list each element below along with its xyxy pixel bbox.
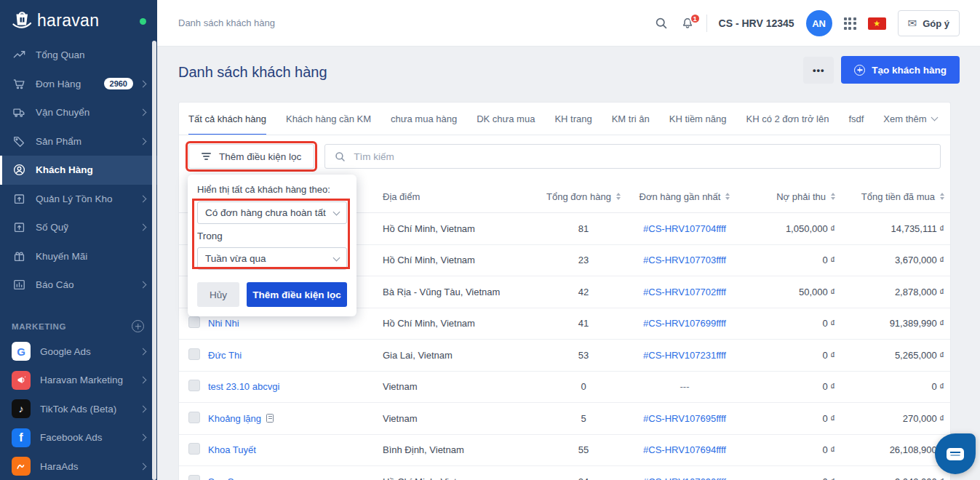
- column-header-recent-order[interactable]: Đơn hàng gần nhất: [623, 191, 746, 202]
- feedback-button[interactable]: ✉ Góp ý: [898, 10, 960, 36]
- sort-icon[interactable]: [616, 193, 621, 201]
- envelope-icon: ✉: [908, 17, 917, 30]
- tab-fsdf[interactable]: fsdf: [848, 103, 864, 135]
- recent-order-link[interactable]: #CS-HRV107690ffff: [643, 476, 726, 480]
- column-header-debt[interactable]: Nợ phải thu: [746, 191, 848, 202]
- sidebar-item-label: Đơn Hàng: [36, 79, 104, 89]
- sort-icon[interactable]: [940, 193, 944, 201]
- table-row: Khoa TuyếtBình Định, Vietnam55#CS-HRV107…: [179, 435, 950, 467]
- divider: [706, 15, 707, 32]
- total-orders-cell: 41: [544, 318, 623, 329]
- breadcrumb: Danh sách khách hàng: [178, 0, 275, 47]
- filter-period-select[interactable]: Tuần vừa qua: [197, 247, 347, 270]
- chevron-right-icon: [140, 463, 147, 470]
- sidebar-item-so-quy[interactable]: Số Quỹ: [0, 213, 157, 242]
- customer-name-link[interactable]: Đức Thi: [208, 350, 242, 361]
- sidebar-item-bao-cao[interactable]: Báo Cáo: [0, 271, 157, 300]
- customer-name-link[interactable]: Khoa Tuyết: [208, 444, 256, 455]
- search-icon[interactable]: [654, 16, 669, 31]
- recent-order-cell: #CS-HRV107699ffff: [623, 318, 746, 329]
- recent-order-link[interactable]: #CS-HRV107703ffff: [643, 255, 726, 265]
- location-cell: Hồ Chí Minh, Vietnam: [362, 476, 544, 480]
- column-header-total-orders[interactable]: Tổng đơn hàng: [544, 191, 623, 202]
- sort-icon[interactable]: [725, 193, 730, 201]
- facebook-icon: f: [12, 428, 31, 447]
- recent-order-link[interactable]: #CS-HRV107694ffff: [643, 444, 726, 455]
- row-checkbox[interactable]: [188, 348, 200, 360]
- sidebar-item-don-hang[interactable]: Đơn Hàng2960: [0, 70, 157, 99]
- filter-popup-actions: Hủy Thêm điều kiện lọc: [197, 282, 347, 307]
- customer-name-link[interactable]: test 23.10 abcvgi: [208, 381, 279, 392]
- location-cell: Vietnam: [362, 413, 544, 424]
- column-header-total-spent[interactable]: Tổng tiền đã mua: [848, 191, 950, 202]
- customer-name-link[interactable]: Son Son: [208, 476, 244, 480]
- avatar[interactable]: AN: [806, 10, 832, 36]
- customer-name-cell: Khoảng lặng: [208, 413, 362, 424]
- recent-order-link[interactable]: #CS-HRV107695ffff: [643, 413, 726, 424]
- cancel-button[interactable]: Hủy: [197, 282, 239, 307]
- tab-xem-them[interactable]: Xem thêm: [883, 103, 936, 135]
- row-checkbox[interactable]: [188, 475, 200, 480]
- promo-icon: [12, 249, 26, 263]
- location-cell: Hồ Chí Minh, Vietnam: [362, 318, 544, 329]
- sidebar-item-haraads[interactable]: HaraAds: [0, 452, 157, 480]
- sidebar-item-label: Haravan Marketing: [40, 375, 140, 385]
- row-checkbox[interactable]: [188, 316, 200, 328]
- vietnam-flag-icon[interactable]: ★: [868, 17, 886, 30]
- customer-name-link[interactable]: Nhi Nhi: [208, 318, 239, 329]
- create-customer-button[interactable]: Tạo khách hàng: [841, 56, 960, 84]
- apply-filter-button[interactable]: Thêm điều kiện lọc: [247, 282, 347, 307]
- sidebar-item-tiktok-ads-beta[interactable]: ♪TikTok Ads (Beta): [0, 395, 157, 424]
- order-count-badge: 2960: [104, 78, 133, 89]
- search-input[interactable]: [354, 151, 931, 162]
- sidebar-item-quan-ly-ton-kho[interactable]: Quản Lý Tồn Kho: [0, 185, 157, 214]
- column-header-location: Địa điểm: [362, 191, 544, 202]
- recent-order-link[interactable]: #CS-HRV107702ffff: [643, 287, 726, 297]
- sidebar-scrollbar[interactable]: [152, 41, 156, 480]
- tab-label: KH trang: [554, 113, 591, 124]
- total-orders-cell: 81: [544, 223, 623, 234]
- recent-order-link[interactable]: #CS-HRV107231ffff: [643, 350, 726, 361]
- sidebar-item-khuyen-mai[interactable]: Khuyến Mãi: [0, 242, 157, 271]
- tab-tat-ca-khach-hang[interactable]: Tất cả khách hàng: [188, 103, 266, 135]
- topbar: Danh sách khách hàng 1 CS - HRV 12345 AN…: [157, 0, 980, 47]
- account-name[interactable]: CS - HRV 12345: [719, 17, 794, 29]
- total-spent-cell: 270,000 ₫: [848, 413, 950, 424]
- tab-label: Tất cả khách hàng: [188, 113, 266, 124]
- more-actions-button[interactable]: •••: [803, 57, 834, 84]
- sidebar-item-van-chuyen[interactable]: Vận Chuyển: [0, 98, 157, 127]
- row-checkbox[interactable]: [188, 380, 200, 391]
- tab-dk-chua-mua[interactable]: DK chưa mua: [477, 103, 535, 135]
- sidebar-item-google-ads[interactable]: GGoogle Ads: [0, 337, 157, 367]
- sidebar-item-tong-quan[interactable]: Tổng Quan: [0, 41, 157, 70]
- tab-kh-tiem-nang[interactable]: KH tiềm năng: [669, 103, 727, 135]
- tab-khach-hang-can-km[interactable]: Khách hàng cần KM: [286, 103, 371, 135]
- column-header-label: Nợ phải thu: [776, 191, 826, 202]
- chat-widget-button[interactable]: [935, 433, 976, 474]
- tab-kh-trang[interactable]: KH trang: [554, 103, 591, 135]
- total-orders-cell: 0: [544, 381, 623, 392]
- search-box[interactable]: [324, 144, 941, 169]
- row-checkbox[interactable]: [188, 412, 200, 423]
- add-filter-button[interactable]: Thêm điều kiện lọc: [188, 144, 314, 169]
- brand-logo[interactable]: haravan: [0, 0, 157, 41]
- add-channel-icon[interactable]: [132, 320, 144, 332]
- filter-condition-select[interactable]: Có đơn hàng chưa hoàn tất: [197, 201, 347, 224]
- sidebar-item-san-pham[interactable]: Sản Phẩm: [0, 127, 157, 156]
- customer-name-link[interactable]: Khoảng lặng: [208, 413, 261, 424]
- sidebar-item-khach-hang[interactable]: Khách Hàng: [0, 156, 157, 185]
- notifications-bell-icon[interactable]: 1: [680, 16, 695, 31]
- apps-grid-icon[interactable]: [844, 17, 856, 30]
- total-spent-cell: 3,670,000 ₫: [848, 255, 950, 265]
- tab-chua-mua-hang[interactable]: chưa mua hàng: [391, 103, 457, 135]
- tab-kh-co-2-don-tro-len[interactable]: KH có 2 đơn trở lên: [746, 103, 829, 135]
- sidebar-item-haravan-marketing[interactable]: Haravan Marketing: [0, 366, 157, 395]
- tab-km-tri-an[interactable]: KM tri ân: [612, 103, 650, 135]
- star-icon: ★: [873, 20, 880, 28]
- sidebar-item-facebook-ads[interactable]: fFacebook Ads: [0, 423, 157, 452]
- recent-order-link[interactable]: #CS-HRV107699ffff: [643, 318, 726, 329]
- sort-icon[interactable]: [831, 193, 835, 201]
- row-checkbox[interactable]: [188, 443, 200, 455]
- recent-order-link[interactable]: #CS-HRV107704ffff: [643, 223, 726, 234]
- checkbox-cell: [179, 316, 208, 330]
